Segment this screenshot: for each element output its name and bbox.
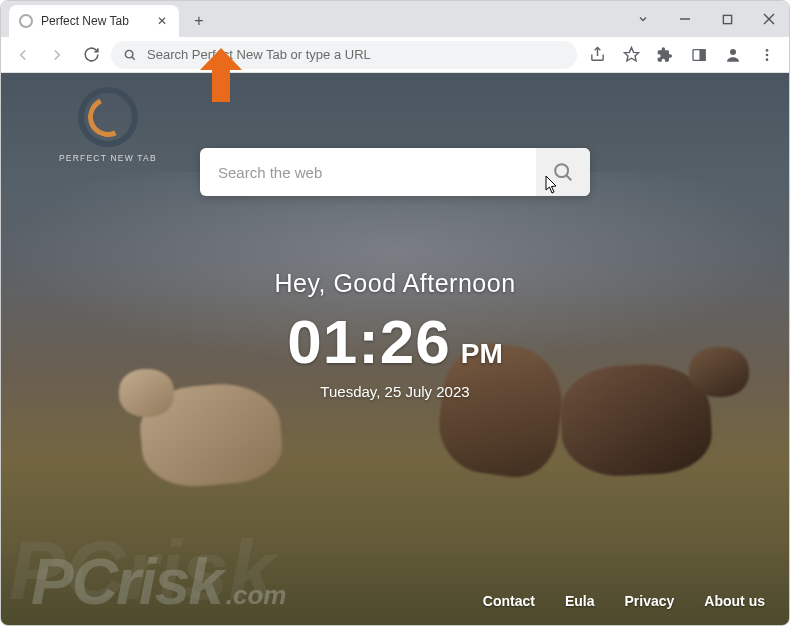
minimize-icon[interactable] (673, 13, 697, 25)
side-panel-icon[interactable] (685, 41, 713, 69)
svg-point-4 (125, 50, 133, 58)
titlebar: Perfect New Tab ✕ + (1, 1, 789, 37)
center-panel: Hey, Good Afternoon 01:26 PM Tuesday, 25… (1, 269, 789, 400)
date-text: Tuesday, 25 July 2023 (1, 383, 789, 400)
footer-link-contact[interactable]: Contact (483, 593, 535, 609)
svg-rect-10 (700, 49, 705, 60)
search-box (200, 148, 590, 196)
menu-icon[interactable] (753, 41, 781, 69)
forward-button[interactable] (43, 41, 71, 69)
footer-link-about[interactable]: About us (704, 593, 765, 609)
extensions-icon[interactable] (651, 41, 679, 69)
svg-line-5 (132, 56, 135, 59)
share-icon[interactable] (583, 41, 611, 69)
tab-title: Perfect New Tab (41, 14, 147, 28)
maximize-icon[interactable] (715, 14, 739, 25)
toolbar: Search Perfect New Tab or type a URL (1, 37, 789, 73)
footer-links: Contact Eula Privacy About us (483, 593, 765, 609)
tab-active[interactable]: Perfect New Tab ✕ (9, 5, 179, 37)
greeting-text: Hey, Good Afternoon (1, 269, 789, 298)
new-tab-button[interactable]: + (185, 7, 213, 35)
svg-point-14 (766, 58, 769, 61)
browser-window: Perfect New Tab ✕ + Search Perfect New T… (0, 0, 790, 626)
search-input[interactable] (200, 164, 536, 181)
tab-close-icon[interactable]: ✕ (155, 12, 169, 30)
search-icon (123, 48, 137, 62)
clock-time: 01:26 (287, 306, 451, 377)
tab-favicon (19, 14, 33, 28)
reload-button[interactable] (77, 41, 105, 69)
search-icon (552, 161, 574, 183)
footer-link-privacy[interactable]: Privacy (625, 593, 675, 609)
svg-point-13 (766, 53, 769, 56)
clock-ampm: PM (461, 338, 503, 370)
close-icon[interactable] (757, 13, 781, 25)
omnibox[interactable]: Search Perfect New Tab or type a URL (111, 41, 577, 69)
svg-marker-7 (624, 47, 638, 60)
footer-link-eula[interactable]: Eula (565, 593, 595, 609)
logo-mark-icon (78, 87, 138, 147)
back-button[interactable] (9, 41, 37, 69)
svg-point-15 (555, 164, 568, 177)
logo-text: PERFECT NEW TAB (59, 153, 157, 163)
svg-point-11 (730, 49, 736, 55)
svg-line-16 (566, 175, 571, 180)
bookmark-star-icon[interactable] (617, 41, 645, 69)
search-button[interactable] (536, 148, 590, 196)
window-controls (631, 1, 781, 37)
page-content: PERFECT NEW TAB Hey, Good Afternoon 01:2… (1, 73, 789, 625)
svg-rect-1 (723, 15, 731, 23)
profile-icon[interactable] (719, 41, 747, 69)
chevron-down-icon[interactable] (631, 13, 655, 25)
svg-point-12 (766, 49, 769, 52)
brand-logo: PERFECT NEW TAB (59, 87, 157, 163)
clock: 01:26 PM (1, 306, 789, 377)
omnibox-placeholder: Search Perfect New Tab or type a URL (147, 47, 565, 62)
